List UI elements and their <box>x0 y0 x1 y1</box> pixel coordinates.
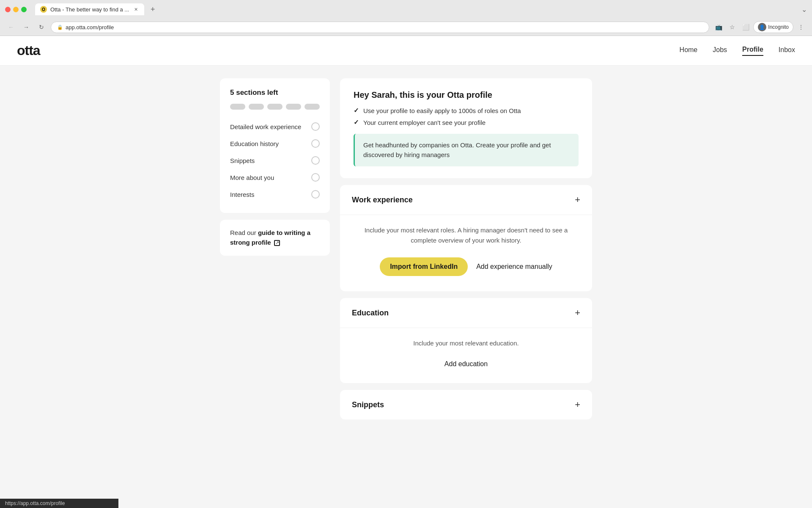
snippets-header[interactable]: Snippets + <box>340 390 592 420</box>
profile-intro-card: Hey Sarah, this is your Otta profile ✓ U… <box>340 78 592 178</box>
nav-link-home[interactable]: Home <box>680 46 698 55</box>
nav-links: Home Jobs Profile Inbox <box>680 46 795 56</box>
progress-dot-3 <box>267 104 283 110</box>
education-title: Education <box>352 309 389 318</box>
browser-tab-active[interactable]: O Otta - The better way to find a ... ✕ <box>35 3 144 15</box>
tab-favicon: O <box>40 6 47 13</box>
toolbar-actions: 📺 ☆ ⬜ 👤 Incognito ⋮ <box>713 21 807 33</box>
checklist-item-more-about-you[interactable]: More about you <box>230 169 320 186</box>
checklist-label-interests: Interests <box>230 191 255 198</box>
add-education-button[interactable]: Add education <box>444 360 488 368</box>
progress-dot-5 <box>304 104 320 110</box>
profile-switcher-icon[interactable]: ⬜ <box>740 21 752 33</box>
snippets-expand-icon[interactable]: + <box>575 399 580 410</box>
import-linkedin-button[interactable]: Import from LinkedIn <box>380 257 468 276</box>
nav-link-profile[interactable]: Profile <box>742 46 763 56</box>
work-experience-section: Work experience + Include your most rele… <box>340 185 592 291</box>
education-actions: Add education <box>352 360 580 368</box>
headhunted-box: Get headhunted by companies on Otta. Cre… <box>354 134 579 166</box>
work-experience-actions: Import from LinkedIn Add experience manu… <box>352 257 580 276</box>
status-url: https://app.otta.com/profile <box>5 500 65 506</box>
progress-dot-2 <box>249 104 264 110</box>
guide-card: Read our guide to writing a strong profi… <box>220 220 330 256</box>
browser-titlebar: O Otta - The better way to find a ... ✕ … <box>0 0 812 19</box>
guide-text-before: Read our <box>230 229 258 236</box>
check-icon-2: ✓ <box>354 119 359 126</box>
checklist-circle-2 <box>311 139 320 148</box>
sidebar-progress-card: 5 sections left Detailed work experience… <box>220 78 330 213</box>
checklist-label-work-experience: Detailed work experience <box>230 123 301 130</box>
checklist-circle-1 <box>311 122 320 131</box>
content-area: 5 sections left Detailed work experience… <box>152 66 660 439</box>
checklist-label-snippets: Snippets <box>230 157 255 164</box>
work-experience-header[interactable]: Work experience + <box>340 185 592 215</box>
check-icon-1: ✓ <box>354 107 359 114</box>
traffic-lights <box>5 7 27 12</box>
education-expand-icon[interactable]: + <box>575 307 580 318</box>
ssl-icon: 🔒 <box>57 25 63 30</box>
incognito-label: Incognito <box>768 24 789 30</box>
nav-link-inbox[interactable]: Inbox <box>779 46 795 55</box>
checklist-item-work-experience[interactable]: Detailed work experience <box>230 118 320 135</box>
feature-text-1: Use your profile to easily apply to 1000… <box>363 107 521 114</box>
feature-item-2: ✓ Your current employer can't see your p… <box>354 119 579 126</box>
incognito-badge[interactable]: 👤 Incognito <box>753 21 793 33</box>
checklist-circle-5 <box>311 190 320 199</box>
incognito-icon: 👤 <box>758 23 766 31</box>
tab-expand-button[interactable]: ⌄ <box>801 6 807 14</box>
checklist-item-education[interactable]: Education history <box>230 135 320 152</box>
education-description: Include your most relevant education. <box>352 338 580 348</box>
progress-dot-1 <box>230 104 245 110</box>
education-section: Education + Include your most relevant e… <box>340 298 592 383</box>
new-tab-button[interactable]: + <box>148 4 158 14</box>
headhunted-text: Get headhunted by companies on Otta. Cre… <box>363 141 551 158</box>
external-link-icon <box>274 240 280 246</box>
address-url: app.otta.com/profile <box>66 24 114 30</box>
browser-toolbar: ← → ↻ 🔒 app.otta.com/profile 📺 ☆ ⬜ 👤 Inc… <box>0 19 812 36</box>
close-window-button[interactable] <box>5 7 11 12</box>
back-button[interactable]: ← <box>5 21 17 33</box>
more-options-icon[interactable]: ⋮ <box>795 21 807 33</box>
forward-button[interactable]: → <box>20 21 32 33</box>
otta-logo: otta <box>17 43 40 58</box>
main-content: Hey Sarah, this is your Otta profile ✓ U… <box>340 78 592 426</box>
checklist-circle-4 <box>311 173 320 182</box>
app-nav: otta Home Jobs Profile Inbox <box>0 36 812 66</box>
minimize-window-button[interactable] <box>13 7 19 12</box>
nav-link-jobs[interactable]: Jobs <box>713 46 727 55</box>
checklist-label-education: Education history <box>230 140 279 147</box>
work-experience-body: Include your most relevant roles. A hiri… <box>340 215 592 291</box>
checklist-circle-3 <box>311 156 320 165</box>
maximize-window-button[interactable] <box>21 7 27 12</box>
profile-intro-title: Hey Sarah, this is your Otta profile <box>354 90 579 100</box>
work-experience-expand-icon[interactable]: + <box>575 194 580 205</box>
sidebar: 5 sections left Detailed work experience… <box>220 78 330 426</box>
tab-close-button[interactable]: ✕ <box>132 6 139 13</box>
app-wrapper: otta Home Jobs Profile Inbox 5 sections … <box>0 36 812 493</box>
progress-dot-4 <box>286 104 301 110</box>
checklist-item-snippets[interactable]: Snippets <box>230 152 320 169</box>
cast-icon[interactable]: 📺 <box>713 21 724 33</box>
checklist-label-more-about-you: More about you <box>230 174 274 181</box>
snippets-title: Snippets <box>352 400 384 409</box>
work-experience-title: Work experience <box>352 196 413 204</box>
progress-dots <box>230 104 320 110</box>
bookmark-icon[interactable]: ☆ <box>726 21 738 33</box>
education-header[interactable]: Education + <box>340 298 592 328</box>
education-body: Include your most relevant education. Ad… <box>340 328 592 383</box>
checklist-item-interests[interactable]: Interests <box>230 186 320 203</box>
browser-chrome: O Otta - The better way to find a ... ✕ … <box>0 0 812 36</box>
address-bar[interactable]: 🔒 app.otta.com/profile <box>51 22 709 33</box>
status-bar: https://app.otta.com/profile <box>0 499 118 508</box>
refresh-button[interactable]: ↻ <box>36 21 47 33</box>
tab-bar: O Otta - The better way to find a ... ✕ … <box>35 3 798 15</box>
sections-left-title: 5 sections left <box>230 88 320 97</box>
add-experience-manually-button[interactable]: Add experience manually <box>476 263 552 271</box>
work-experience-description: Include your most relevant roles. A hiri… <box>352 225 580 246</box>
snippets-section: Snippets + <box>340 390 592 420</box>
tab-title: Otta - The better way to find a ... <box>50 6 129 13</box>
feature-text-2: Your current employer can't see your pro… <box>363 119 486 126</box>
feature-item-1: ✓ Use your profile to easily apply to 10… <box>354 107 579 114</box>
